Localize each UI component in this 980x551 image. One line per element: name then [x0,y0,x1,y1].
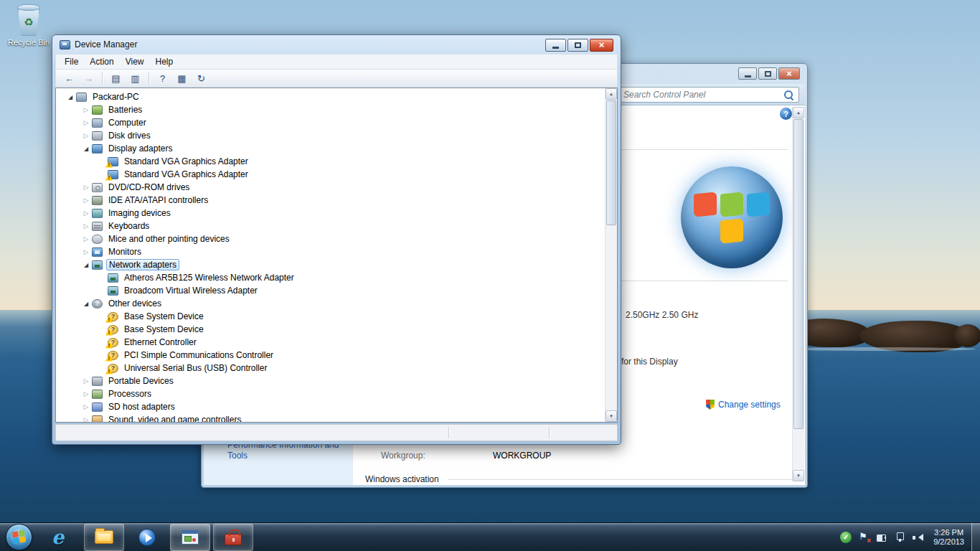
dm-minimize-button[interactable] [545,39,566,52]
tree-item-keyboards[interactable]: ▷Keyboards [56,220,604,232]
tree-item-label: Broadcom Virtual Wireless Adapter [122,286,260,296]
collapsed-arrow-icon[interactable]: ▷ [80,416,92,422]
tree-item-label: Display adapters [106,143,174,154]
action-pane-button[interactable]: ▦ [173,71,191,86]
tree-item-atheros-ar5b125-wireless-network-adapter[interactable]: Atheros AR5B125 Wireless Network Adapter [56,271,604,284]
scroll-down-button[interactable] [606,410,617,422]
collapsed-arrow-icon[interactable]: ▷ [80,377,92,385]
sys-close-button[interactable]: × [778,67,800,80]
tree-item-base-system-device[interactable]: Base System Device [56,310,604,323]
start-button[interactable] [6,524,32,550]
collapsed-arrow-icon[interactable]: ▷ [80,184,92,191]
pen-touch-text: for this Display [621,357,678,367]
wallpaper-foam [782,347,976,351]
taskbar-button-internet-explorer[interactable] [41,524,81,551]
scan-hardware-changes-button[interactable]: ↻ [192,71,210,86]
tree-item-broadcom-virtual-wireless-adapter[interactable]: Broadcom Virtual Wireless Adapter [56,284,604,297]
tree-item-standard-vga-graphics-adapter[interactable]: Standard VGA Graphics Adapter [56,155,604,168]
tree-item-mice-and-other-pointing-devices[interactable]: ▷Mice and other pointing devices [56,232,604,245]
tree-item-ethernet-controller[interactable]: Ethernet Controller [56,336,604,349]
collapsed-arrow-icon[interactable]: ▷ [80,403,92,410]
expanded-arrow-icon[interactable]: ◢ [65,94,76,100]
scrollbar-thumb[interactable] [793,119,804,429]
tree-item-batteries[interactable]: ▷Batteries [56,103,604,116]
show-desktop-button[interactable] [971,523,980,551]
collapsed-arrow-icon[interactable]: ▷ [80,106,92,113]
sys-minimize-button[interactable] [738,67,757,80]
sd-host-adapter-icon [92,402,103,412]
action-center-icon[interactable] [858,532,870,543]
tree-item-portable-devices[interactable]: ▷Portable Devices [56,375,604,387]
back-button[interactable]: ← [60,71,78,86]
recycle-bin[interactable]: ♻ Recycle Bin [3,3,55,47]
tree-item-pci-simple-communications-controller[interactable]: PCI Simple Communications Controller [56,349,604,362]
taskbar-button-device-manager[interactable] [170,524,210,551]
sys-maximize-button[interactable] [758,67,777,80]
tree-item-packard-pc[interactable]: ◢Packard-PC [56,90,604,103]
change-settings-label[interactable]: Change settings [718,400,781,410]
expanded-arrow-icon[interactable]: ◢ [80,262,92,268]
tree-item-other-devices[interactable]: ◢Other devices [56,297,604,310]
collapsed-arrow-icon[interactable]: ▷ [80,248,92,255]
collapsed-arrow-icon[interactable]: ▷ [80,209,92,217]
network-adapter-icon [108,286,118,296]
tree-item-network-adapters[interactable]: ◢Network adapters [56,258,604,271]
power-plug-icon[interactable] [876,532,887,543]
collapsed-arrow-icon[interactable]: ▷ [80,132,92,139]
change-settings-link[interactable]: Change settings [706,400,781,410]
system-scrollbar[interactable] [792,107,804,481]
help-button[interactable]: ? [154,71,171,86]
taskbar-clock[interactable]: 3:26 PM 9/2/2013 [933,528,964,547]
show-console-tree-button[interactable]: ▤ [107,71,125,86]
internet-explorer-icon [52,527,70,547]
taskbar-button-windows-explorer[interactable] [84,524,124,551]
collapsed-arrow-icon[interactable]: ▷ [80,235,92,242]
menu-item-file[interactable]: File [59,55,84,68]
minimize-icon [552,47,559,49]
taskbar-button-toolbox-app[interactable] [213,524,253,551]
usb-device-icon[interactable] [894,532,905,543]
properties-button[interactable]: ▥ [126,71,144,86]
tree-item-ide-ata-atapi-controllers[interactable]: ▷IDE ATA/ATAPI controllers [56,194,604,207]
tree-item-base-system-device[interactable]: Base System Device [56,323,604,336]
menu-item-action[interactable]: Action [84,55,119,68]
title-bar[interactable]: Device Manager [52,35,621,54]
tree-item-standard-vga-graphics-adapter[interactable]: Standard VGA Graphics Adapter [56,168,604,181]
tree-item-monitors[interactable]: ▷Monitors [56,245,604,258]
tree-item-sd-host-adapters[interactable]: ▷SD host adapters [56,400,604,413]
tree-scrollbar[interactable] [605,88,617,422]
scrollbar-thumb[interactable] [606,100,616,225]
taskbar-button-windows-media-player[interactable] [127,524,167,551]
collapsed-arrow-icon[interactable]: ▷ [80,390,92,397]
security-status-icon[interactable] [840,532,852,543]
tree-item-imaging-devices[interactable]: ▷Imaging devices [56,207,604,220]
computer-icon [92,118,103,128]
toolbar-separator [149,72,149,85]
collapsed-arrow-icon[interactable]: ▷ [80,197,92,204]
tree-item-sound-video-and-game-controllers[interactable]: ▷Sound, video and game controllers [56,413,604,422]
control-panel-search-input[interactable]: Search Control Panel [618,87,799,103]
scroll-down-button[interactable] [793,470,804,481]
tree-item-processors[interactable]: ▷Processors [56,387,604,400]
tree-item-disk-drives[interactable]: ▷Disk drives [56,129,604,142]
tree-item-display-adapters[interactable]: ◢Display adapters [56,142,604,155]
status-separator [549,427,550,438]
scroll-up-button[interactable] [606,88,617,100]
tree-item-dvd-cd-rom-drives[interactable]: ▷DVD/CD-ROM drives [56,181,604,194]
tree-item-universal-serial-bus-usb-controller[interactable]: Universal Serial Bus (USB) Controller [56,362,604,375]
volume-icon[interactable] [912,532,923,543]
dm-close-button[interactable]: × [590,39,613,52]
scroll-up-button[interactable] [793,107,804,118]
expanded-arrow-icon[interactable]: ◢ [80,146,92,152]
collapsed-arrow-icon[interactable]: ▷ [80,222,92,230]
dm-maximize-button[interactable] [567,39,588,52]
expanded-arrow-icon[interactable]: ◢ [80,301,92,307]
menu-item-help[interactable]: Help [150,55,179,68]
tree-item-label: PCI Simple Communications Controller [122,350,275,360]
help-icon[interactable]: ? [780,108,792,120]
menu-item-view[interactable]: View [120,55,150,68]
battery-icon [92,105,103,115]
ide-controller-icon [92,196,103,205]
tree-item-computer[interactable]: ▷Computer [56,116,604,129]
collapsed-arrow-icon[interactable]: ▷ [80,119,92,126]
